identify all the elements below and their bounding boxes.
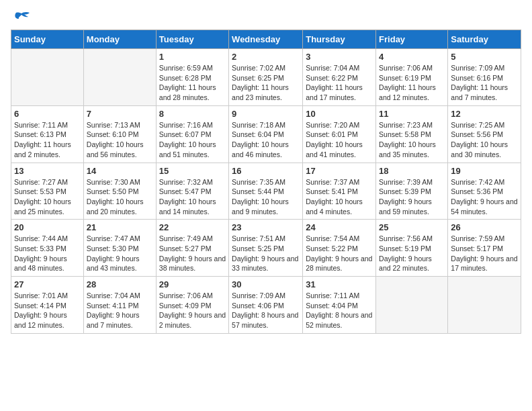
day-number: 16 [232,166,300,176]
calendar-cell: 4Sunrise: 7:06 AMSunset: 6:19 PMDaylight… [376,49,448,106]
day-info: Sunrise: 7:02 AMSunset: 6:25 PMDaylight:… [232,63,300,103]
day-info: Sunrise: 7:20 AMSunset: 6:01 PMDaylight:… [306,120,373,160]
day-number: 29 [159,279,226,289]
header-thursday: Thursday [303,30,376,49]
calendar-cell: 3Sunrise: 7:04 AMSunset: 6:22 PMDaylight… [303,49,376,106]
calendar-cell: 2Sunrise: 7:02 AMSunset: 6:25 PMDaylight… [229,49,303,106]
calendar-cell: 14Sunrise: 7:30 AMSunset: 5:50 PMDayligh… [83,163,156,220]
day-number: 19 [451,166,518,176]
day-info: Sunrise: 7:09 AMSunset: 4:06 PMDaylight:… [232,291,300,330]
day-info: Sunrise: 7:59 AMSunset: 5:17 PMDaylight:… [451,234,518,273]
day-number: 23 [232,222,300,232]
calendar-cell: 7Sunrise: 7:13 AMSunset: 6:10 PMDaylight… [83,105,156,163]
calendar-week-5: 27Sunrise: 7:01 AMSunset: 4:14 PMDayligh… [11,277,521,334]
day-info: Sunrise: 7:44 AMSunset: 5:33 PMDaylight:… [14,234,81,273]
calendar-cell [448,277,521,334]
day-number: 20 [14,222,81,232]
calendar-cell [376,277,448,334]
calendar-cell: 24Sunrise: 7:54 AMSunset: 5:22 PMDayligh… [303,220,376,277]
day-number: 17 [306,166,373,176]
calendar-cell: 26Sunrise: 7:59 AMSunset: 5:17 PMDayligh… [448,220,521,277]
day-info: Sunrise: 7:18 AMSunset: 6:04 PMDaylight:… [232,120,300,160]
calendar-cell: 28Sunrise: 7:04 AMSunset: 4:11 PMDayligh… [83,277,156,334]
day-number: 1 [159,52,226,62]
day-number: 2 [232,52,300,62]
day-number: 24 [306,222,373,232]
calendar-cell: 11Sunrise: 7:23 AMSunset: 5:58 PMDayligh… [376,105,448,163]
calendar-cell: 12Sunrise: 7:25 AMSunset: 5:56 PMDayligh… [448,105,521,163]
day-number: 26 [451,222,518,232]
day-number: 31 [306,279,373,289]
day-info: Sunrise: 7:42 AMSunset: 5:36 PMDaylight:… [451,177,518,217]
header-sunday: Sunday [11,30,84,49]
day-number: 13 [14,166,81,176]
calendar-week-1: 1Sunrise: 6:59 AMSunset: 6:28 PMDaylight… [11,49,521,106]
day-info: Sunrise: 7:09 AMSunset: 6:16 PMDaylight:… [451,63,518,103]
logo-bird-icon [12,11,31,26]
day-info: Sunrise: 7:11 AMSunset: 6:13 PMDaylight:… [14,120,81,160]
day-info: Sunrise: 7:06 AMSunset: 6:19 PMDaylight:… [379,63,445,103]
calendar-cell: 10Sunrise: 7:20 AMSunset: 6:01 PMDayligh… [303,105,376,163]
day-number: 12 [451,109,518,119]
day-number: 22 [159,222,226,232]
day-info: Sunrise: 7:04 AMSunset: 4:11 PMDaylight:… [87,291,153,330]
calendar-cell: 13Sunrise: 7:27 AMSunset: 5:53 PMDayligh… [11,163,84,220]
calendar-week-3: 13Sunrise: 7:27 AMSunset: 5:53 PMDayligh… [11,163,521,220]
day-info: Sunrise: 7:56 AMSunset: 5:19 PMDaylight:… [379,234,445,273]
day-number: 9 [232,109,300,119]
calendar-cell: 16Sunrise: 7:35 AMSunset: 5:44 PMDayligh… [229,163,303,220]
day-number: 27 [14,279,81,289]
day-number: 14 [87,166,153,176]
day-info: Sunrise: 7:37 AMSunset: 5:41 PMDaylight:… [306,177,373,217]
header-tuesday: Tuesday [156,30,228,49]
calendar-cell: 31Sunrise: 7:11 AMSunset: 4:04 PMDayligh… [303,277,376,334]
day-info: Sunrise: 7:23 AMSunset: 5:58 PMDaylight:… [379,120,445,160]
day-number: 11 [379,109,445,119]
day-number: 18 [379,166,445,176]
calendar-cell: 30Sunrise: 7:09 AMSunset: 4:06 PMDayligh… [229,277,303,334]
calendar-week-2: 6Sunrise: 7:11 AMSunset: 6:13 PMDaylight… [11,105,521,163]
day-info: Sunrise: 7:49 AMSunset: 5:27 PMDaylight:… [159,234,226,273]
day-info: Sunrise: 7:47 AMSunset: 5:30 PMDaylight:… [87,234,153,273]
calendar-cell: 27Sunrise: 7:01 AMSunset: 4:14 PMDayligh… [11,277,84,334]
day-info: Sunrise: 6:59 AMSunset: 6:28 PMDaylight:… [159,63,226,103]
day-info: Sunrise: 7:25 AMSunset: 5:56 PMDaylight:… [451,120,518,160]
day-info: Sunrise: 7:51 AMSunset: 5:25 PMDaylight:… [232,234,300,273]
day-info: Sunrise: 7:54 AMSunset: 5:22 PMDaylight:… [306,234,373,273]
day-number: 8 [159,109,226,119]
calendar-cell: 21Sunrise: 7:47 AMSunset: 5:30 PMDayligh… [83,220,156,277]
day-number: 6 [14,109,81,119]
calendar-cell: 22Sunrise: 7:49 AMSunset: 5:27 PMDayligh… [156,220,228,277]
day-info: Sunrise: 7:01 AMSunset: 4:14 PMDaylight:… [14,291,81,330]
calendar-cell [83,49,156,106]
day-info: Sunrise: 7:13 AMSunset: 6:10 PMDaylight:… [87,120,153,160]
day-number: 7 [87,109,153,119]
day-number: 15 [159,166,226,176]
calendar-cell: 19Sunrise: 7:42 AMSunset: 5:36 PMDayligh… [448,163,521,220]
day-number: 3 [306,52,373,62]
calendar-cell: 9Sunrise: 7:18 AMSunset: 6:04 PMDaylight… [229,105,303,163]
calendar-cell: 6Sunrise: 7:11 AMSunset: 6:13 PMDaylight… [11,105,84,163]
day-info: Sunrise: 7:30 AMSunset: 5:50 PMDaylight:… [87,177,153,217]
calendar-table: SundayMondayTuesdayWednesdayThursdayFrid… [11,30,521,334]
day-number: 4 [379,52,445,62]
calendar-cell: 23Sunrise: 7:51 AMSunset: 5:25 PMDayligh… [229,220,303,277]
day-info: Sunrise: 7:16 AMSunset: 6:07 PMDaylight:… [159,120,226,160]
calendar-cell: 25Sunrise: 7:56 AMSunset: 5:19 PMDayligh… [376,220,448,277]
calendar-header-row: SundayMondayTuesdayWednesdayThursdayFrid… [11,30,521,49]
calendar-cell: 29Sunrise: 7:06 AMSunset: 4:09 PMDayligh… [156,277,228,334]
calendar-cell [11,49,84,106]
calendar-cell: 15Sunrise: 7:32 AMSunset: 5:47 PMDayligh… [156,163,228,220]
day-info: Sunrise: 7:39 AMSunset: 5:39 PMDaylight:… [379,177,445,217]
calendar-cell: 5Sunrise: 7:09 AMSunset: 6:16 PMDaylight… [448,49,521,106]
day-number: 21 [87,222,153,232]
header-friday: Friday [376,30,448,49]
day-info: Sunrise: 7:32 AMSunset: 5:47 PMDaylight:… [159,177,226,217]
header-saturday: Saturday [448,30,521,49]
calendar-cell: 18Sunrise: 7:39 AMSunset: 5:39 PMDayligh… [376,163,448,220]
day-number: 28 [87,279,153,289]
calendar-cell: 20Sunrise: 7:44 AMSunset: 5:33 PMDayligh… [11,220,84,277]
calendar-cell: 8Sunrise: 7:16 AMSunset: 6:07 PMDaylight… [156,105,228,163]
page-header [11,11,521,23]
calendar-cell: 1Sunrise: 6:59 AMSunset: 6:28 PMDaylight… [156,49,228,106]
